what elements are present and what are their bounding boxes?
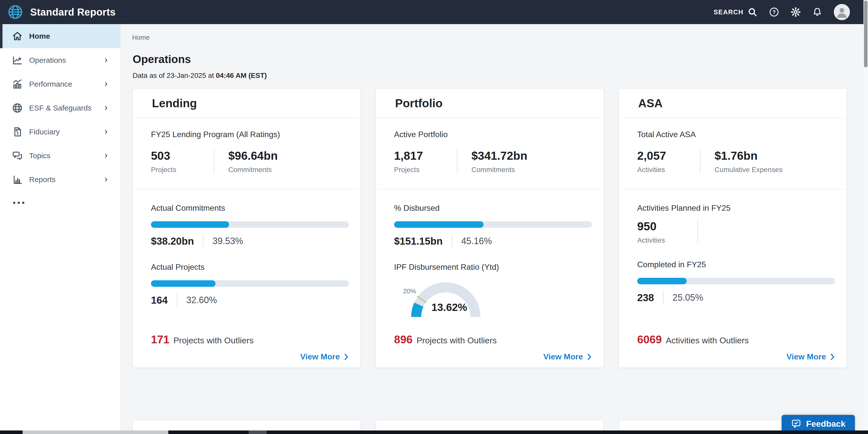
actual-projects-percent: 32.60% bbox=[186, 295, 217, 305]
topbar-actions: SEARCH ? bbox=[714, 4, 864, 20]
actual-projects-value: 164 bbox=[151, 294, 168, 306]
lending-commitments-value: $96.64bn bbox=[228, 149, 278, 163]
sidebar-item-topics[interactable]: Topics bbox=[0, 144, 120, 167]
feedback-button[interactable]: Feedback bbox=[782, 415, 855, 433]
topbar: Standard Reports SEARCH ? bbox=[0, 0, 864, 24]
outliers-label: Projects with Outliers bbox=[416, 336, 497, 345]
reports-barchart-icon bbox=[11, 174, 23, 185]
asa-card-title: ASA bbox=[638, 96, 662, 110]
brand[interactable]: Standard Reports bbox=[0, 4, 116, 20]
svg-text:?: ? bbox=[773, 9, 776, 15]
lending-view-more-link[interactable]: View More bbox=[300, 352, 349, 362]
completed-value: 238 bbox=[637, 292, 654, 303]
scrollbar-segment bbox=[249, 431, 267, 434]
help-icon[interactable]: ? bbox=[769, 7, 779, 17]
progress-fill bbox=[637, 278, 687, 284]
lending-stats: 503 Projects $96.64bn Commitments bbox=[151, 149, 349, 174]
asa-expenses-label: Cumulative Expenses bbox=[715, 166, 783, 174]
asa-card: ASA Total Active ASA 2,057 Activities $1… bbox=[619, 88, 847, 368]
app-root: Standard Reports SEARCH ? bbox=[0, 0, 868, 434]
asa-stats: 2,057 Activities $1.76bn Cumulative Expe… bbox=[637, 149, 835, 174]
sidebar-item-performance[interactable]: Performance bbox=[0, 72, 120, 96]
gauge-fill bbox=[416, 305, 419, 317]
completed-progressbar bbox=[637, 278, 835, 284]
asa-activities-value: 2,057 bbox=[637, 149, 692, 163]
divider bbox=[378, 189, 601, 189]
vertical-scrollbar[interactable] bbox=[864, 0, 868, 431]
divider bbox=[622, 189, 844, 189]
home-icon bbox=[11, 30, 23, 42]
ipf-gauge: 20% 13.62% bbox=[403, 277, 486, 322]
asa-subtitle: Total Active ASA bbox=[637, 130, 835, 139]
settings-gear-icon[interactable] bbox=[790, 7, 801, 17]
data-as-of: Data as of 23-Jan-2025 at 04:46 AM (EST) bbox=[133, 71, 864, 80]
more-ellipsis-icon bbox=[13, 202, 15, 204]
lending-card-title: Lending bbox=[152, 96, 197, 110]
actual-commitments-percent: 39.53% bbox=[213, 236, 243, 246]
search-icon bbox=[747, 7, 757, 17]
sidebar-item-label: Operations bbox=[29, 56, 103, 65]
portfolio-subtitle: Active Portfolio bbox=[394, 130, 592, 139]
portfolio-commitments-value: $341.72bn bbox=[471, 149, 527, 163]
page-title: Operations bbox=[133, 53, 864, 66]
divider bbox=[378, 118, 601, 118]
asa-view-more-link[interactable]: View More bbox=[786, 352, 835, 362]
horizontal-scrollbar[interactable] bbox=[0, 431, 868, 434]
outliers-label: Projects with Outliers bbox=[173, 336, 253, 345]
actual-commitments-value: $38.20bn bbox=[151, 236, 194, 247]
outliers-count: 896 bbox=[394, 333, 412, 346]
notifications-bell-icon[interactable] bbox=[812, 7, 822, 17]
chevron-right-icon bbox=[103, 105, 109, 111]
avatar-person-icon bbox=[834, 4, 849, 20]
sidebar-more-button[interactable] bbox=[0, 191, 120, 214]
pct-disbursed-progressbar bbox=[394, 221, 592, 228]
lending-projects-value: 503 bbox=[151, 149, 206, 163]
performance-bars-icon bbox=[11, 79, 23, 90]
operations-chart-icon bbox=[11, 55, 23, 66]
horizontal-scrollbar-thumb[interactable] bbox=[23, 431, 168, 434]
sidebar-item-label: Home bbox=[29, 32, 120, 40]
vertical-scrollbar-thumb[interactable] bbox=[864, 0, 868, 67]
chevron-right-icon bbox=[344, 353, 349, 360]
progress-fill bbox=[151, 280, 216, 287]
outliers-count: 6069 bbox=[637, 333, 662, 346]
lending-card: Lending FY25 Lending Program (All Rating… bbox=[133, 88, 361, 368]
lending-projects-label: Projects bbox=[151, 166, 206, 174]
asa-outliers: 6069 Activities with Outliers bbox=[637, 333, 749, 346]
portfolio-projects-label: Projects bbox=[394, 166, 449, 174]
outliers-label: Activities with Outliers bbox=[666, 336, 749, 345]
worldbank-globe-logo-icon bbox=[7, 4, 24, 20]
progress-fill bbox=[151, 221, 229, 228]
chevron-right-icon bbox=[587, 353, 592, 360]
gauge-value-label: 13.62% bbox=[432, 301, 467, 313]
divider bbox=[177, 293, 177, 307]
sidebar-item-home[interactable]: Home bbox=[0, 24, 120, 48]
sidebar-item-reports[interactable]: Reports bbox=[0, 167, 120, 191]
sidebar-item-fiduciary[interactable]: $ Fiduciary bbox=[0, 120, 120, 144]
divider bbox=[452, 234, 452, 248]
portfolio-view-more-link[interactable]: View More bbox=[543, 352, 592, 362]
sidebar-item-esf-safeguards[interactable]: ESF & Safeguards bbox=[0, 96, 120, 120]
completed-label: Completed in FY25 bbox=[637, 260, 835, 269]
portfolio-outliers: 896 Projects with Outliers bbox=[394, 333, 497, 346]
svg-text:$: $ bbox=[17, 131, 19, 135]
breadcrumb[interactable]: Home bbox=[121, 24, 149, 41]
actual-projects-progressbar bbox=[151, 280, 349, 287]
user-avatar[interactable] bbox=[834, 4, 850, 20]
chevron-right-icon bbox=[830, 353, 835, 360]
chevron-right-icon bbox=[103, 177, 109, 182]
divider bbox=[135, 189, 358, 189]
disbursed-percent: 45.16% bbox=[461, 236, 492, 246]
search-button[interactable]: SEARCH bbox=[714, 7, 757, 17]
sidebar-item-label: Reports bbox=[29, 175, 103, 184]
chevron-right-icon bbox=[103, 82, 109, 87]
scrollbar-corner bbox=[0, 431, 23, 434]
invoice-document-icon: $ bbox=[11, 126, 23, 137]
asa-activities-label: Activities bbox=[637, 166, 692, 174]
actual-commitments-label: Actual Commitments bbox=[151, 204, 349, 213]
actual-projects-label: Actual Projects bbox=[151, 262, 349, 272]
app-title: Standard Reports bbox=[30, 6, 116, 18]
divider bbox=[698, 219, 698, 244]
sidebar-item-operations[interactable]: Operations bbox=[0, 48, 120, 72]
outliers-count: 171 bbox=[151, 333, 169, 346]
